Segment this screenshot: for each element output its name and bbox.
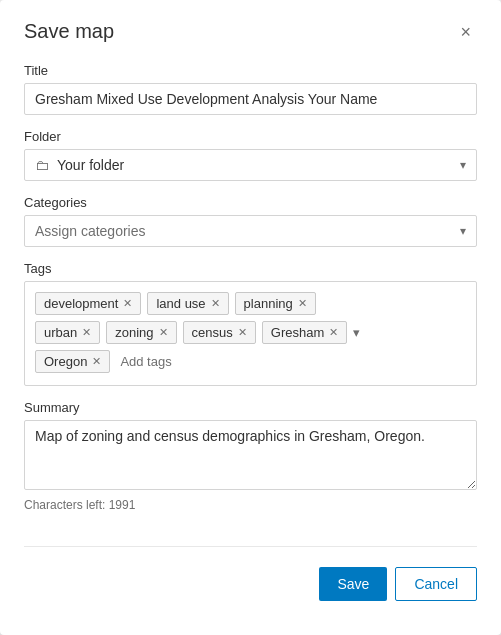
categories-label: Categories [24, 195, 477, 210]
tag-gresham-remove[interactable]: ✕ [329, 327, 338, 338]
save-button[interactable]: Save [319, 567, 387, 601]
title-field-group: Title [24, 63, 477, 115]
summary-field-group: Summary Map of zoning and census demogra… [24, 400, 477, 512]
close-button[interactable]: × [454, 21, 477, 43]
tag-land-use: land use ✕ [147, 292, 228, 315]
categories-field-group: Categories Assign categories ▾ [24, 195, 477, 247]
add-tags-button[interactable]: Add tags [116, 351, 175, 372]
folder-field-group: Folder 🗀 Your folder ▾ [24, 129, 477, 181]
tag-zoning: zoning ✕ [106, 321, 176, 344]
tag-census-remove[interactable]: ✕ [238, 327, 247, 338]
tag-development: development ✕ [35, 292, 141, 315]
tag-oregon-remove[interactable]: ✕ [92, 356, 101, 367]
tag-urban-remove[interactable]: ✕ [82, 327, 91, 338]
categories-select[interactable]: Assign categories ▾ [24, 215, 477, 247]
tags-row-2: urban ✕ zoning ✕ census ✕ Gresham ✕ ▾ [35, 321, 466, 344]
tag-development-remove[interactable]: ✕ [123, 298, 132, 309]
title-label: Title [24, 63, 477, 78]
title-input[interactable] [24, 83, 477, 115]
tag-planning-remove[interactable]: ✕ [298, 298, 307, 309]
folder-label: Folder [24, 129, 477, 144]
folder-icon: 🗀 [35, 157, 49, 173]
categories-chevron-icon: ▾ [460, 224, 466, 238]
tags-row-3: Oregon ✕ Add tags [35, 350, 466, 373]
save-map-dialog: Save map × Title Folder 🗀 Your folder ▾ … [0, 0, 501, 635]
tag-land-use-remove[interactable]: ✕ [211, 298, 220, 309]
folder-chevron-icon: ▾ [460, 158, 466, 172]
dialog-header: Save map × [24, 20, 477, 43]
tags-row-1: development ✕ land use ✕ planning ✕ [35, 292, 466, 315]
chars-left: Characters left: 1991 [24, 498, 477, 512]
cancel-button[interactable]: Cancel [395, 567, 477, 601]
summary-label: Summary [24, 400, 477, 415]
tag-census: census ✕ [183, 321, 256, 344]
dialog-footer: Save Cancel [24, 546, 477, 601]
tag-zoning-remove[interactable]: ✕ [159, 327, 168, 338]
folder-value: Your folder [57, 157, 460, 173]
categories-placeholder: Assign categories [35, 223, 146, 239]
tags-field-group: Tags development ✕ land use ✕ planning ✕ [24, 261, 477, 386]
tag-oregon: Oregon ✕ [35, 350, 110, 373]
tags-label: Tags [24, 261, 477, 276]
tag-planning: planning ✕ [235, 292, 316, 315]
tags-expand-icon[interactable]: ▾ [353, 325, 360, 340]
dialog-title: Save map [24, 20, 114, 43]
summary-textarea[interactable]: Map of zoning and census demographics in… [24, 420, 477, 490]
folder-select[interactable]: 🗀 Your folder ▾ [24, 149, 477, 181]
tags-box: development ✕ land use ✕ planning ✕ urba… [24, 281, 477, 386]
tag-urban: urban ✕ [35, 321, 100, 344]
tag-gresham: Gresham ✕ [262, 321, 347, 344]
